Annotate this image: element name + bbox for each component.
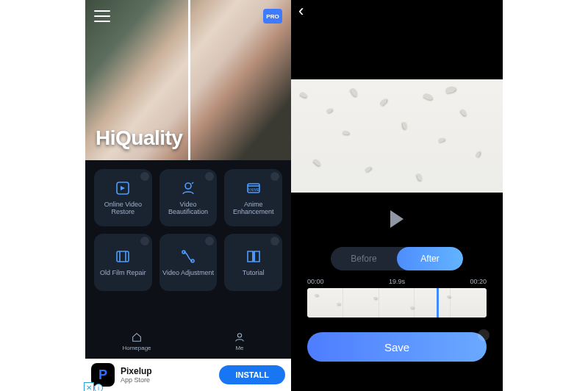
restore-icon xyxy=(114,179,132,197)
video-preview[interactable] xyxy=(291,79,503,193)
anime-icon: ANIME xyxy=(245,179,262,197)
ad-subtitle: App Store xyxy=(121,376,152,384)
nav-label: Homepage xyxy=(122,345,151,351)
tile-tutorial[interactable]: Tutorial xyxy=(224,234,282,291)
save-badge-icon xyxy=(478,329,490,341)
time-start: 00:00 xyxy=(307,278,324,285)
adjust-icon xyxy=(179,248,197,265)
ad-banner[interactable]: ✕ i P Pixelup App Store INSTALL xyxy=(85,359,291,391)
beautify-icon xyxy=(179,179,197,197)
nav-label: Me xyxy=(235,345,243,351)
before-after-toggle: Before After xyxy=(331,247,463,270)
hero-banner: PRO HiQuality xyxy=(85,0,291,160)
tile-label: Old Film Repair xyxy=(97,270,149,277)
svg-text:ANIME: ANIME xyxy=(248,187,260,192)
menu-icon[interactable] xyxy=(94,10,110,22)
home-screen: PRO HiQuality Online Video Restore Video… xyxy=(85,0,291,391)
editor-screen: ‹ Before After 00:00 xyxy=(291,0,503,391)
nav-homepage[interactable]: Homepage xyxy=(85,323,188,359)
ad-close-icon[interactable]: ✕ xyxy=(84,382,94,391)
nav-me[interactable]: Me xyxy=(188,323,291,359)
toggle-before[interactable]: Before xyxy=(331,247,397,270)
tile-anime-enhancement[interactable]: ANIME Anime Enhancement xyxy=(224,169,282,226)
ad-info-icon[interactable]: i xyxy=(94,384,103,391)
person-icon xyxy=(234,331,245,343)
compare-divider[interactable] xyxy=(188,0,190,160)
svg-point-1 xyxy=(185,183,191,189)
tile-label: Anime Enhancement xyxy=(224,201,282,216)
tile-old-film-repair[interactable]: Old Film Repair xyxy=(94,234,152,291)
book-icon xyxy=(245,248,262,265)
bottom-nav: Homepage Me xyxy=(85,323,291,359)
pro-badge[interactable]: PRO xyxy=(263,9,282,24)
time-current: 19.9s xyxy=(389,278,405,285)
home-icon xyxy=(131,331,143,343)
svg-rect-4 xyxy=(117,251,129,262)
film-repair-icon xyxy=(114,248,132,265)
tile-online-video-restore[interactable]: Online Video Restore xyxy=(94,169,152,226)
time-end: 00:20 xyxy=(470,278,487,285)
tile-label: Video Adjustment xyxy=(159,270,217,277)
feature-grid: Online Video Restore Video Beautificatio… xyxy=(85,160,291,291)
app-title: HiQuality xyxy=(96,126,182,150)
timeline: 00:00 19.9s 00:20 xyxy=(307,278,487,318)
timeline-track[interactable] xyxy=(307,288,487,318)
toggle-after[interactable]: After xyxy=(397,247,463,270)
tile-label: Online Video Restore xyxy=(94,201,152,216)
tile-video-beautification[interactable]: Video Beautification xyxy=(159,169,218,226)
ad-install-button[interactable]: INSTALL xyxy=(219,365,285,384)
ad-title: Pixelup xyxy=(121,366,152,376)
tile-label: Video Beautification xyxy=(159,201,218,216)
playhead[interactable] xyxy=(437,288,439,318)
back-icon[interactable]: ‹ xyxy=(298,3,304,19)
save-label: Save xyxy=(384,341,409,354)
save-button[interactable]: Save xyxy=(307,332,487,362)
tile-label: Tutorial xyxy=(240,270,268,277)
ad-app-icon: P xyxy=(91,363,115,387)
play-icon[interactable] xyxy=(390,210,404,228)
svg-point-7 xyxy=(237,333,241,337)
tile-video-adjustment[interactable]: Video Adjustment xyxy=(159,234,218,291)
